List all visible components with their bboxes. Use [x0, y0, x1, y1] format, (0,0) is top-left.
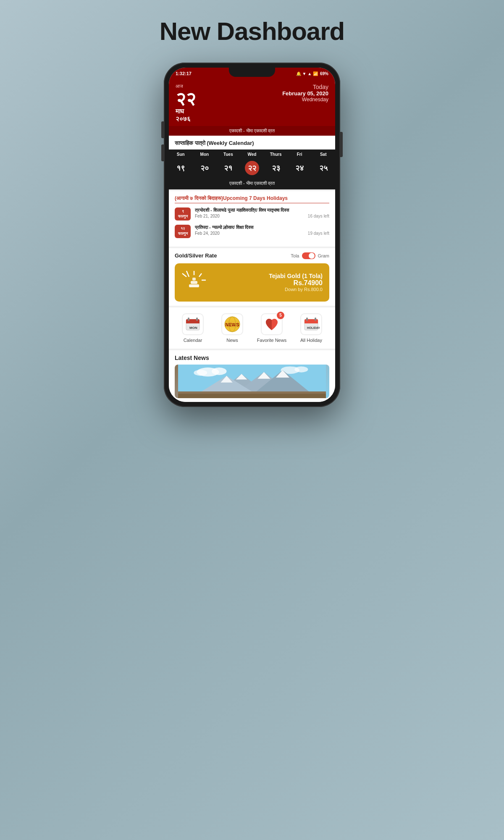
volume-up-button[interactable] [161, 121, 164, 138]
gold-price: Rs.74900 [213, 279, 323, 287]
toggle-thumb [309, 253, 315, 259]
quick-link-calendar[interactable]: MON Calendar [175, 313, 211, 343]
holiday-date-1: Feb 21, 2020 [195, 214, 220, 218]
quick-link-favorite[interactable]: 5 Favorite News [254, 313, 290, 343]
gold-header: Gold/Silver Rate Tola Gram [175, 252, 329, 259]
weekday: Wednesday [282, 97, 328, 102]
svg-text:HOLIDAYS: HOLIDAYS [307, 326, 320, 329]
power-button[interactable] [340, 132, 343, 157]
status-battery: 69% [320, 71, 328, 76]
holiday-name-1: त्रयोदशी - शिलाचढे पूजा/ महाशिवरात्रि/ व… [195, 207, 329, 213]
svg-rect-27 [315, 318, 316, 321]
week-date-23[interactable]: २३ [264, 161, 288, 175]
day-tues: Tues [216, 152, 240, 157]
svg-line-4 [182, 273, 186, 277]
week-dates-row: १९ २० २१ २२ २३ २४ २५ [169, 159, 335, 178]
day-fri: Fri [288, 152, 312, 157]
weekly-calendar-title: साप्ताहिक पात्रो (Weekly Calendar) [169, 136, 335, 150]
holiday-info-2: प्रतिपदा - ग्याल्पो ल्होसार/ शिक्षा दिवस… [195, 225, 329, 236]
gold-sun-icon [181, 270, 207, 295]
notch [229, 68, 275, 77]
gold-section-title: Gold/Silver Rate [175, 252, 217, 259]
volume-down-button[interactable] [161, 144, 164, 161]
svg-rect-43 [178, 394, 326, 398]
news-icon: NEWS [221, 313, 243, 335]
phone-mockup: 1:32:17 🇳🇵 🔔 ▼ ▲ 📶 69% आज २२ माघ [164, 63, 340, 407]
status-right: 🔔 ▼ ▲ 📶 69% [296, 71, 328, 76]
svg-rect-11 [186, 322, 200, 323]
svg-point-31 [194, 370, 207, 375]
svg-rect-6 [191, 281, 197, 284]
gold-card[interactable]: Tejabi Gold (1 Tola) Rs.74900 Down by Rs… [175, 263, 329, 302]
quick-links: MON Calendar NEWS [169, 307, 335, 349]
holiday-name-2: प्रतिपदा - ग्याल्पो ल्होसार/ शिक्षा दिवस [195, 225, 329, 230]
toggle-gram-label: Gram [318, 253, 330, 258]
day-sat: Sat [311, 152, 335, 157]
holiday-date-row-2: Feb 24, 2020 19 days left [195, 231, 329, 236]
date-nepali-month: माघ २०७६ [176, 108, 196, 123]
week-date-25[interactable]: २५ [311, 161, 335, 175]
calendar-label: Calendar [184, 338, 202, 343]
news-thumbnail[interactable] [175, 365, 329, 398]
svg-text:MON: MON [189, 326, 197, 330]
svg-rect-5 [189, 284, 199, 287]
svg-point-33 [294, 366, 308, 372]
phone-screen: 1:32:17 🇳🇵 🔔 ▼ ▲ 📶 69% आज २२ माघ [169, 68, 335, 402]
calendar-icon: MON [182, 313, 204, 335]
news-label: News [226, 338, 238, 343]
page-title: New Dashboard [160, 17, 344, 46]
week-days-header: Sun Mon Tues Wed Thurs Fri Sat [169, 150, 335, 159]
holiday-item-2[interactable]: १२फाल्गुन प्रतिपदा - ग्याल्पो ल्होसार/ श… [175, 225, 329, 238]
gold-name: Tejabi Gold (1 Tola) [213, 273, 323, 279]
svg-point-30 [212, 368, 227, 375]
favorite-label: Favorite News [257, 338, 286, 343]
week-date-24[interactable]: २४ [288, 161, 312, 175]
all-holiday-icon: HOLIDAYS [300, 313, 322, 335]
holiday-days-left-1: 16 days left [308, 214, 329, 218]
latest-news-section: Latest News [169, 350, 335, 402]
week-tithi: एकादशी - भीमा एकादशी व्रत [169, 178, 335, 189]
status-time: 1:32:17 [176, 71, 192, 76]
tithi-bar: एकादशी - भीमा एकादशी व्रत [169, 126, 335, 136]
toggle-track[interactable] [302, 252, 315, 259]
holiday-badge-2: १२फाल्गुन [175, 225, 191, 238]
week-date-22-active[interactable]: २२ [245, 161, 259, 175]
week-date-21[interactable]: २१ [216, 161, 240, 175]
today-label: Today [282, 84, 328, 90]
status-icons: 🔔 ▼ ▲ 📶 [296, 71, 318, 76]
holidays-section: (आगामी ७ दिनको बिदाहरू)Upcoming 7 Days H… [169, 191, 335, 247]
holiday-item-1[interactable]: ९फाल्गुन त्रयोदशी - शिलाचढे पूजा/ महाशिव… [175, 207, 329, 220]
week-date-20[interactable]: २० [193, 161, 217, 175]
date-right: Today February 05, 2020 Wednesday [282, 84, 328, 102]
svg-rect-7 [192, 278, 196, 281]
gregorian-date: February 05, 2020 [282, 90, 328, 97]
holiday-date-row-1: Feb 21, 2020 16 days left [195, 214, 329, 218]
svg-rect-13 [188, 318, 189, 321]
day-mon: Mon [193, 152, 217, 157]
gold-section: Gold/Silver Rate Tola Gram [169, 248, 335, 306]
favorite-badge: 5 [277, 312, 284, 319]
holiday-info-1: त्रयोदशी - शिलाचढे पूजा/ महाशिवरात्रि/ व… [195, 207, 329, 218]
day-thurs: Thurs [264, 152, 288, 157]
svg-line-1 [199, 273, 202, 277]
gold-toggle[interactable]: Tola Gram [291, 252, 329, 259]
svg-line-3 [186, 271, 189, 277]
svg-rect-24 [304, 322, 318, 323]
svg-rect-26 [306, 318, 308, 321]
weekly-calendar: साप्ताहिक पात्रो (Weekly Calendar) Sun M… [169, 136, 335, 189]
quick-link-news[interactable]: NEWS News [214, 313, 250, 343]
date-nepali-number: २२ [176, 90, 196, 108]
holidays-title: (आगामी ७ दिनको बिदाहरू)Upcoming 7 Days H… [175, 195, 329, 203]
svg-rect-14 [196, 318, 198, 321]
week-date-19[interactable]: १९ [169, 161, 193, 175]
phone-frame: 1:32:17 🇳🇵 🔔 ▼ ▲ 📶 69% आज २२ माघ [164, 63, 340, 407]
gold-change: Down by Rs.800.0 [213, 287, 323, 292]
day-wed: Wed [240, 152, 264, 157]
svg-text:NEWS: NEWS [226, 322, 239, 327]
holiday-date-2: Feb 24, 2020 [195, 231, 220, 236]
gold-info: Tejabi Gold (1 Tola) Rs.74900 Down by Rs… [213, 273, 323, 292]
date-left: आज २२ माघ २०७६ [176, 84, 196, 123]
quick-link-holiday[interactable]: HOLIDAYS All Holiday [293, 313, 329, 343]
holiday-days-left-2: 19 days left [308, 231, 329, 236]
screen-content[interactable]: आज २२ माघ २०७६ Today February 05, 2020 W… [169, 79, 335, 402]
